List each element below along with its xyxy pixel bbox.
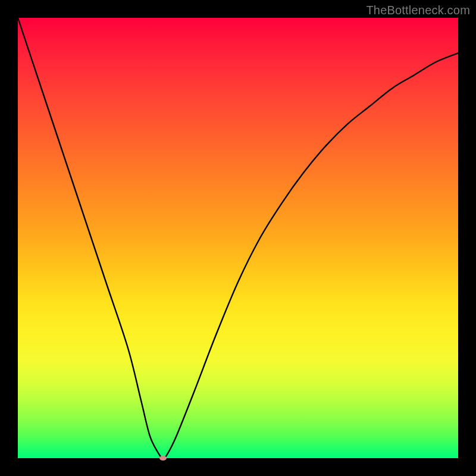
plot-area (18, 18, 458, 458)
bottleneck-curve (18, 18, 458, 458)
chart-frame: TheBottleneck.com (0, 0, 476, 476)
watermark-text: TheBottleneck.com (366, 4, 470, 17)
minimum-marker (159, 456, 167, 461)
